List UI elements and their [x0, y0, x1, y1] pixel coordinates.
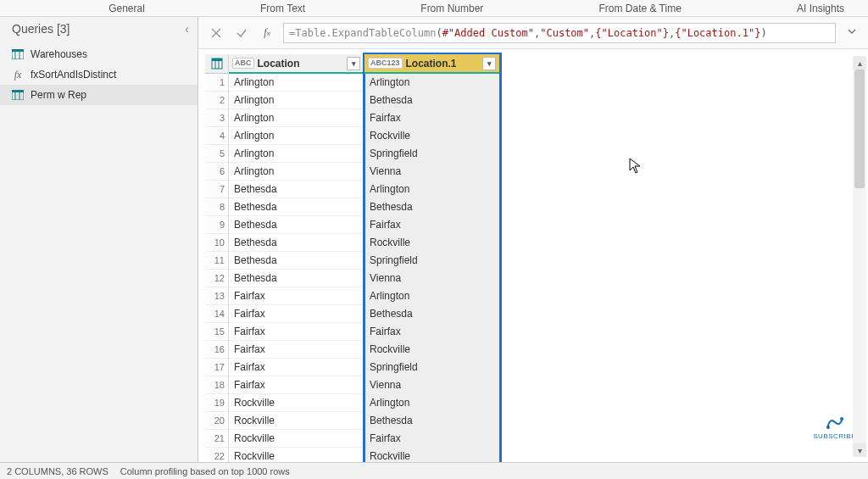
cell[interactable]: Fairfax [364, 323, 499, 341]
cell[interactable]: Arlington [229, 127, 364, 145]
row-number[interactable]: 12 [205, 270, 228, 287]
svg-point-13 [840, 417, 843, 421]
column-type-icon[interactable]: ABC [232, 58, 254, 69]
row-number[interactable]: 2 [205, 92, 228, 109]
cell[interactable]: Bethesda [229, 198, 364, 216]
cell[interactable]: Bethesda [229, 216, 364, 234]
cell[interactable]: Rockville [229, 448, 364, 462]
cell[interactable]: Arlington [229, 74, 364, 92]
column-filter-icon[interactable]: ▾ [347, 57, 360, 70]
cancel-formula-button[interactable] [207, 24, 225, 42]
cell[interactable]: Fairfax [229, 287, 364, 305]
cell[interactable]: Arlington [364, 394, 499, 412]
cell[interactable]: Arlington [229, 145, 364, 163]
row-number[interactable]: 3 [205, 109, 228, 127]
cell[interactable]: Rockville [229, 412, 364, 430]
cell[interactable]: Rockville [364, 341, 499, 359]
scroll-thumb[interactable] [854, 70, 865, 188]
cell[interactable]: Rockville [364, 234, 499, 252]
row-number-gutter: 12345678910111213141516171819202122 [205, 54, 229, 462]
query-label: Warehouses [31, 48, 87, 60]
query-item-0[interactable]: Warehouses [0, 44, 198, 64]
cell[interactable]: Rockville [364, 127, 499, 145]
svg-point-12 [826, 426, 830, 429]
cell[interactable]: Bethesda [229, 181, 364, 198]
row-number[interactable]: 15 [205, 323, 228, 341]
column-header[interactable]: ABCLocation▾ [229, 54, 364, 74]
cell[interactable]: Bethesda [364, 305, 499, 323]
scroll-down-icon[interactable]: ▾ [853, 443, 866, 457]
cell[interactable]: Fairfax [229, 359, 364, 376]
row-number[interactable]: 14 [205, 305, 228, 323]
row-number[interactable]: 1 [205, 74, 228, 92]
row-number[interactable]: 6 [205, 163, 228, 181]
cell[interactable]: Bethesda [229, 252, 364, 270]
cell[interactable]: Arlington [229, 92, 364, 109]
cell[interactable]: Fairfax [229, 376, 364, 394]
table-icon [12, 49, 24, 59]
cell[interactable]: Bethesda [364, 92, 499, 109]
cell[interactable]: Bethesda [364, 412, 499, 430]
row-number[interactable]: 22 [205, 448, 228, 462]
column-type-icon[interactable]: ABC123 [368, 58, 403, 69]
cell[interactable]: Arlington [229, 163, 364, 181]
ribbon-tab-general[interactable]: General [102, 3, 152, 14]
cell[interactable]: Bethesda [229, 234, 364, 252]
formula-input[interactable]: = Table.ExpandTableColumn(#"Added Custom… [283, 23, 836, 43]
cell[interactable]: Arlington [364, 181, 499, 198]
ribbon-tab-from-text[interactable]: From Text [253, 3, 312, 14]
cell[interactable]: Fairfax [364, 216, 499, 234]
row-number[interactable]: 9 [205, 216, 228, 234]
cell[interactable]: Rockville [229, 394, 364, 412]
cell[interactable]: Springfield [364, 359, 499, 376]
cell[interactable]: Bethesda [364, 198, 499, 216]
cell[interactable]: Fairfax [229, 341, 364, 359]
cell[interactable]: Arlington [364, 287, 499, 305]
row-number[interactable]: 21 [205, 430, 228, 448]
cell[interactable]: Arlington [364, 74, 499, 92]
row-number[interactable]: 13 [205, 287, 228, 305]
vertical-scrollbar[interactable]: ▴ ▾ [853, 56, 866, 457]
subscribe-badge[interactable]: SUBSCRIBE [813, 415, 856, 440]
cell[interactable]: Fairfax [364, 430, 499, 448]
cell[interactable]: Fairfax [229, 323, 364, 341]
row-number[interactable]: 11 [205, 252, 228, 270]
cell[interactable]: Rockville [229, 430, 364, 448]
row-number[interactable]: 16 [205, 341, 228, 359]
expand-formula-icon[interactable] [843, 26, 861, 39]
row-number[interactable]: 8 [205, 198, 228, 216]
svg-rect-5 [12, 90, 24, 92]
scroll-up-icon[interactable]: ▴ [853, 56, 866, 70]
status-bar: 2 COLUMNS, 36 ROWS Column profiling base… [0, 462, 868, 479]
cell[interactable]: Fairfax [229, 305, 364, 323]
row-number[interactable]: 7 [205, 181, 228, 198]
column-filter-icon[interactable]: ▾ [482, 57, 496, 70]
cell[interactable]: Fairfax [364, 109, 499, 127]
accept-formula-button[interactable] [232, 24, 251, 42]
row-number[interactable]: 17 [205, 359, 228, 376]
query-item-2[interactable]: Perm w Rep [0, 85, 198, 105]
ribbon-tab-from-number[interactable]: From Number [414, 3, 490, 14]
cell[interactable]: Rockville [364, 448, 499, 462]
cell[interactable]: Vienna [364, 163, 499, 181]
row-number[interactable]: 5 [205, 145, 228, 163]
cell[interactable]: Arlington [229, 109, 364, 127]
collapse-queries-icon[interactable]: ‹ [185, 22, 189, 36]
row-number[interactable]: 10 [205, 234, 228, 252]
row-number[interactable]: 19 [205, 394, 228, 412]
cell[interactable]: Bethesda [229, 270, 364, 287]
query-item-1[interactable]: fxfxSortAndIsDistinct [0, 64, 198, 85]
column-header[interactable]: ABC123Location.1▾ [364, 54, 499, 74]
row-number[interactable]: 20 [205, 412, 228, 430]
cell[interactable]: Vienna [364, 270, 499, 287]
row-number[interactable]: 18 [205, 376, 228, 394]
row-number[interactable]: 4 [205, 127, 228, 145]
ribbon-tab-from-datetime[interactable]: From Date & Time [592, 3, 687, 14]
cell[interactable]: Springfield [364, 252, 499, 270]
cell[interactable]: Vienna [364, 376, 499, 394]
ribbon-tab-ai-insights[interactable]: AI Insights [790, 3, 851, 14]
table-menu-button[interactable] [205, 54, 228, 74]
cell[interactable]: Springfield [364, 145, 499, 163]
fx-icon[interactable]: fx [258, 24, 276, 42]
svg-rect-9 [212, 58, 222, 61]
